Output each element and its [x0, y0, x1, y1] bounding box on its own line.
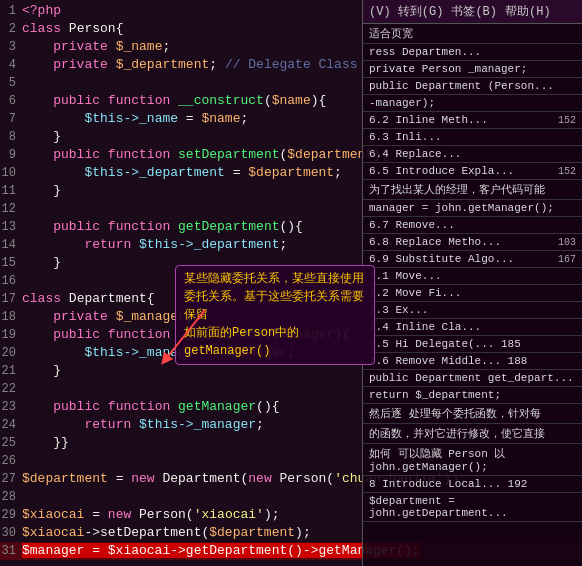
list-item-text: public Department (Person...	[369, 80, 554, 92]
line-number: 8	[0, 128, 22, 146]
list-item-text: -manager);	[369, 97, 435, 109]
list-item-loc: 103	[558, 237, 576, 248]
line-number: 24	[0, 416, 22, 434]
overlay-menu[interactable]: (V) 转到(G) 书签(B) 帮助(H)	[363, 0, 582, 24]
list-item[interactable]: 6.5 Introduce Expla...152	[363, 163, 582, 180]
line-number: 25	[0, 434, 22, 452]
line-number: 4	[0, 56, 22, 74]
line-number: 14	[0, 236, 22, 254]
list-item-text: $department = john.getDepartment...	[369, 495, 576, 519]
list-item-text: ress Departmen...	[369, 46, 481, 58]
list-item-loc: 152	[558, 166, 576, 177]
line-number: 7	[0, 110, 22, 128]
line-number: 17	[0, 290, 22, 308]
list-item[interactable]: 7.1 Move...	[363, 268, 582, 285]
line-number: 31	[0, 542, 22, 560]
list-item[interactable]: 7.2 Move Fi...	[363, 285, 582, 302]
list-item[interactable]: 8 Introduce Local... 192	[363, 476, 582, 493]
line-number: 11	[0, 182, 22, 200]
line-number: 28	[0, 488, 22, 506]
line-number: 10	[0, 164, 22, 182]
list-item[interactable]: 6.9 Substitute Algo...167	[363, 251, 582, 268]
list-item-text: 6.5 Introduce Expla...	[369, 165, 514, 177]
annotation-box: 某些隐藏委托关系，某些直接使用委托关系。基于这些委托关系需要保留如前面的Pers…	[175, 265, 375, 365]
list-item[interactable]: 的函数，并对它进行修改，使它直接	[363, 424, 582, 444]
annotation-text: 某些隐藏委托关系，某些直接使用委托关系。基于这些委托关系需要保留如前面的Pers…	[184, 272, 364, 358]
line-number: 6	[0, 92, 22, 110]
line-number: 3	[0, 38, 22, 56]
list-item-loc: 167	[558, 254, 576, 265]
list-item[interactable]: public Department get_depart...	[363, 370, 582, 387]
list-item-text: 6.7 Remove...	[369, 219, 455, 231]
list-item-text: 7.2 Move Fi...	[369, 287, 461, 299]
list-item-text: 如何 可以隐藏 Person 以 john.getManager();	[369, 446, 576, 473]
list-item-text: 8 Introduce Local... 192	[369, 478, 527, 490]
list-item[interactable]: 如何 可以隐藏 Person 以 john.getManager();	[363, 444, 582, 476]
list-item-text: 适合页宽	[369, 26, 413, 41]
line-number: 1	[0, 2, 22, 20]
list-item[interactable]: 适合页宽	[363, 24, 582, 44]
line-number: 26	[0, 452, 22, 470]
list-item[interactable]: ress Departmen...	[363, 44, 582, 61]
list-item-text: return $_department;	[369, 389, 501, 401]
list-item-text: 7.1 Move...	[369, 270, 442, 282]
list-item[interactable]: 6.8 Replace Metho...103	[363, 234, 582, 251]
line-number: 15	[0, 254, 22, 272]
list-item-loc: 152	[558, 115, 576, 126]
list-item[interactable]: $department = john.getDepartment...	[363, 493, 582, 522]
line-number: 9	[0, 146, 22, 164]
list-item-text: 为了找出某人的经理，客户代码可能	[369, 182, 545, 197]
line-number: 5	[0, 74, 22, 92]
list-item-text: 然后逐 处理每个委托函数，针对每	[369, 406, 541, 421]
list-item-text: 7.6 Remove Middle... 188	[369, 355, 527, 367]
list-item-text: public Department get_depart...	[369, 372, 574, 384]
list-item-text: 6.8 Replace Metho...	[369, 236, 501, 248]
line-number: 16	[0, 272, 22, 290]
list-item[interactable]: 6.2 Inline Meth...152	[363, 112, 582, 129]
line-number: 2	[0, 20, 22, 38]
list-item[interactable]: 7.4 Inline Cla...	[363, 319, 582, 336]
line-number: 27	[0, 470, 22, 488]
overlay-panel[interactable]: (V) 转到(G) 书签(B) 帮助(H) 适合页宽ress Departmen…	[362, 0, 582, 566]
list-item-text: private Person _manager;	[369, 63, 527, 75]
list-item-text: 6.2 Inline Meth...	[369, 114, 488, 126]
line-number: 30	[0, 524, 22, 542]
list-item[interactable]: manager = john.getManager();	[363, 200, 582, 217]
list-item[interactable]: return $_department;	[363, 387, 582, 404]
list-item-text: 7.5 Hi Delegate(... 185	[369, 338, 521, 350]
list-item-text: 7.4 Inline Cla...	[369, 321, 481, 333]
list-item[interactable]: 然后逐 处理每个委托函数，针对每	[363, 404, 582, 424]
list-item[interactable]: private Person _manager;	[363, 61, 582, 78]
line-number: 18	[0, 308, 22, 326]
line-number: 22	[0, 380, 22, 398]
list-item[interactable]: 为了找出某人的经理，客户代码可能	[363, 180, 582, 200]
list-item[interactable]: -manager);	[363, 95, 582, 112]
menu-bookmark[interactable]: 书签(B)	[451, 3, 497, 20]
list-item-text: 6.4 Replace...	[369, 148, 461, 160]
line-number: 23	[0, 398, 22, 416]
overlay-list[interactable]: 适合页宽ress Departmen...private Person _man…	[363, 24, 582, 566]
list-item-text: manager = john.getManager();	[369, 202, 554, 214]
list-item[interactable]: 7.5 Hi Delegate(... 185	[363, 336, 582, 353]
menu-help[interactable]: 帮助(H)	[505, 3, 551, 20]
menu-v[interactable]: (V) 转到(G)	[369, 3, 443, 20]
line-number: 12	[0, 200, 22, 218]
list-item[interactable]: 7.6 Remove Middle... 188	[363, 353, 582, 370]
list-item-text: 的函数，并对它进行修改，使它直接	[369, 426, 545, 441]
list-item[interactable]: 6.4 Replace...	[363, 146, 582, 163]
line-number: 20	[0, 344, 22, 362]
list-item[interactable]: 6.7 Remove...	[363, 217, 582, 234]
list-item[interactable]: public Department (Person...	[363, 78, 582, 95]
line-number: 13	[0, 218, 22, 236]
line-number: 21	[0, 362, 22, 380]
list-item[interactable]: 7.3 Ex...	[363, 302, 582, 319]
line-number: 29	[0, 506, 22, 524]
list-item-text: 7.3 Ex...	[369, 304, 428, 316]
list-item-text: 6.9 Substitute Algo...	[369, 253, 514, 265]
list-item-text: 6.3 Inli...	[369, 131, 442, 143]
line-number: 19	[0, 326, 22, 344]
list-item[interactable]: 6.3 Inli...	[363, 129, 582, 146]
